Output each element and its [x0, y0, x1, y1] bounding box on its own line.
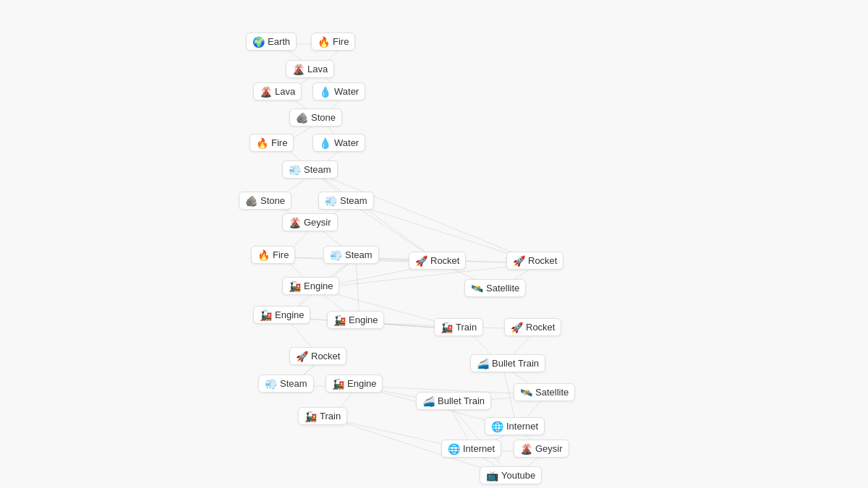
- node-water2[interactable]: 💧Water: [312, 134, 365, 152]
- node-fire1[interactable]: 🔥Fire: [311, 33, 355, 51]
- engine3-label: Engine: [349, 314, 378, 325]
- engine3-icon: 🚂: [333, 315, 346, 325]
- lava1-label: Lava: [307, 64, 328, 74]
- engine4-icon: 🚂: [332, 379, 344, 389]
- stone2-label: Stone: [260, 195, 285, 206]
- engine1-label: Engine: [304, 281, 333, 291]
- node-steam2[interactable]: 💨Steam: [318, 192, 374, 210]
- node-earth[interactable]: 🌍Earth: [246, 33, 297, 51]
- steam1-label: Steam: [304, 164, 331, 175]
- rocket1-icon: 🚀: [415, 256, 427, 266]
- fire3-icon: 🔥: [258, 250, 270, 260]
- fire3-label: Fire: [273, 249, 289, 260]
- node-internet1[interactable]: 🌐Internet: [485, 417, 545, 435]
- geysir1-icon: 🌋: [289, 218, 301, 228]
- train1-icon: 🚂: [441, 322, 453, 333]
- lava2-label: Lava: [275, 86, 295, 97]
- earth-icon: 🌍: [252, 37, 265, 47]
- engine1-icon: 🚂: [289, 281, 301, 291]
- steam3-label: Steam: [345, 249, 373, 260]
- fire2-icon: 🔥: [256, 138, 268, 148]
- node-satellite1[interactable]: 🛰️Satellite: [464, 279, 526, 297]
- node-rocket1[interactable]: 🚀Rocket: [409, 252, 466, 270]
- geysir2-label: Geysir: [535, 443, 563, 454]
- node-engine3[interactable]: 🚂Engine: [327, 311, 384, 329]
- bullettrain1-label: Bullet Train: [492, 358, 539, 369]
- rocket3-label: Rocket: [526, 322, 555, 333]
- internet2-icon: 🌐: [448, 444, 460, 454]
- node-stone1[interactable]: 🪨Stone: [289, 108, 342, 127]
- geysir2-icon: 🌋: [520, 444, 532, 454]
- node-satellite2[interactable]: 🛰️Satellite: [514, 383, 575, 401]
- node-steam1[interactable]: 💨Steam: [282, 160, 338, 179]
- satellite1-label: Satellite: [486, 283, 519, 294]
- rocket4-icon: 🚀: [296, 351, 308, 361]
- bullettrain1-icon: 🚄: [477, 359, 489, 369]
- node-train2[interactable]: 🚂Train: [298, 407, 347, 425]
- satellite2-label: Satellite: [535, 387, 569, 398]
- node-fire2[interactable]: 🔥Fire: [250, 134, 294, 152]
- steam2-icon: 💨: [325, 196, 337, 206]
- rocket3-icon: 🚀: [511, 322, 523, 333]
- steam4-icon: 💨: [265, 379, 277, 389]
- graph-container: 🌍Earth🔥Fire🌋Lava🌋Lava💧Water🪨Stone🔥Fire💧W…: [0, 0, 868, 488]
- stone1-label: Stone: [311, 112, 336, 123]
- node-lava2[interactable]: 🌋Lava: [253, 82, 302, 100]
- engine2-label: Engine: [275, 309, 304, 320]
- node-fire3[interactable]: 🔥Fire: [251, 246, 295, 264]
- rocket4-label: Rocket: [311, 351, 340, 361]
- youtube-icon: 📺: [486, 471, 498, 481]
- node-steam3[interactable]: 💨Steam: [323, 246, 379, 264]
- train1-label: Train: [456, 322, 477, 333]
- fire1-label: Fire: [333, 36, 349, 47]
- geysir1-label: Geysir: [304, 217, 331, 228]
- node-engine1[interactable]: 🚂Engine: [282, 277, 339, 295]
- node-water1[interactable]: 💧Water: [312, 82, 365, 100]
- fire1-icon: 🔥: [318, 37, 330, 47]
- node-geysir2[interactable]: 🌋Geysir: [514, 440, 569, 458]
- earth-label: Earth: [268, 36, 290, 47]
- node-geysir1[interactable]: 🌋Geysir: [282, 213, 338, 231]
- steam4-label: Steam: [280, 378, 307, 389]
- rocket2-icon: 🚀: [513, 256, 525, 266]
- bullettrain2-icon: 🚄: [422, 396, 435, 406]
- satellite1-icon: 🛰️: [471, 283, 483, 294]
- youtube-label: Youtube: [501, 470, 535, 481]
- node-rocket2[interactable]: 🚀Rocket: [506, 252, 563, 270]
- steam3-icon: 💨: [330, 250, 342, 260]
- rocket2-label: Rocket: [528, 255, 557, 266]
- internet2-label: Internet: [463, 443, 495, 454]
- node-train1[interactable]: 🚂Train: [434, 318, 483, 336]
- node-youtube[interactable]: 📺Youtube: [480, 466, 542, 484]
- water2-label: Water: [334, 137, 359, 148]
- node-internet2[interactable]: 🌐Internet: [441, 440, 501, 458]
- node-lava1[interactable]: 🌋Lava: [286, 60, 334, 78]
- node-bullettrain2[interactable]: 🚄Bullet Train: [416, 392, 491, 410]
- node-rocket3[interactable]: 🚀Rocket: [504, 318, 561, 336]
- satellite2-icon: 🛰️: [520, 388, 532, 398]
- water1-icon: 💧: [319, 87, 331, 97]
- lava1-icon: 🌋: [292, 64, 305, 74]
- node-bullettrain1[interactable]: 🚄Bullet Train: [470, 354, 545, 372]
- node-stone2[interactable]: 🪨Stone: [239, 192, 292, 210]
- lava2-icon: 🌋: [260, 87, 272, 97]
- engine4-label: Engine: [347, 378, 376, 389]
- node-engine4[interactable]: 🚂Engine: [326, 374, 383, 393]
- stone1-icon: 🪨: [296, 113, 308, 123]
- fire2-label: Fire: [271, 137, 287, 148]
- train2-icon: 🚂: [305, 411, 317, 421]
- node-rocket4[interactable]: 🚀Rocket: [289, 347, 346, 365]
- connections-svg: [0, 0, 868, 488]
- rocket1-label: Rocket: [430, 255, 459, 266]
- stone2-icon: 🪨: [245, 196, 258, 206]
- steam2-label: Steam: [340, 195, 367, 206]
- node-steam4[interactable]: 💨Steam: [258, 374, 314, 393]
- bullettrain2-label: Bullet Train: [438, 395, 485, 406]
- node-engine2[interactable]: 🚂Engine: [253, 306, 310, 324]
- water1-label: Water: [334, 86, 359, 97]
- internet1-icon: 🌐: [491, 421, 503, 432]
- internet1-label: Internet: [506, 421, 538, 432]
- steam1-icon: 💨: [289, 165, 301, 175]
- train2-label: Train: [320, 411, 341, 421]
- engine2-icon: 🚂: [260, 310, 272, 320]
